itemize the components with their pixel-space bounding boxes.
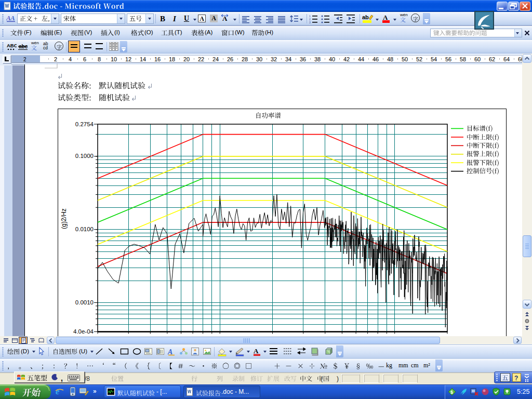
svg-text:$: $: [450, 390, 453, 395]
svg-text:A: A: [254, 347, 259, 355]
svg-text:e: e: [56, 387, 60, 396]
